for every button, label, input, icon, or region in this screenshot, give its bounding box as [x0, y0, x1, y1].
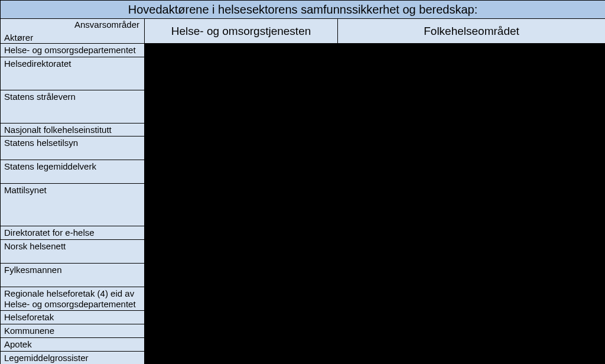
main-table: Hovedaktørene i helsesektorens samfunnss… [0, 0, 605, 364]
row-label: Direktoratet for e-helse [1, 226, 145, 240]
axis-header-top: Ansvarsområder [74, 20, 139, 30]
row-label: Nasjonalt folkehelseinstitutt [1, 123, 145, 136]
row-label: Helse- og omsorgsdepartementet [1, 44, 145, 57]
table-row: Helse- og omsorgsdepartementet [1, 44, 606, 57]
row-label: Helseforetak [1, 311, 145, 324]
axis-header-cell: Ansvarsområder Aktører [1, 19, 145, 44]
axis-header-bottom: Aktører [4, 32, 33, 43]
row-label: Helsedirektoratet [1, 57, 145, 90]
row-label: Norsk helsenett [1, 240, 145, 264]
row-label: Statens legemiddelverk [1, 160, 145, 184]
table-container: Hovedaktørene i helsesektorens samfunnss… [0, 0, 605, 364]
row-label: Fylkesmannen [1, 264, 145, 287]
column-header-2: Folkehelseområdet [338, 19, 606, 44]
row-label: Mattilsynet [1, 184, 145, 226]
table-title: Hovedaktørene i helsesektorens samfunnss… [1, 1, 606, 19]
row-label: Apotek [1, 337, 145, 351]
column-header-1: Helse- og omsorgstjenesten [145, 19, 338, 44]
title-row: Hovedaktørene i helsesektorens samfunnss… [1, 1, 606, 19]
column-header-row: Ansvarsområder Aktører Helse- og omsorgs… [1, 19, 606, 44]
content-area [145, 44, 606, 365]
row-label: Kommunene [1, 324, 145, 338]
row-label: Statens helsetilsyn [1, 136, 145, 160]
row-label: Statens strålevern [1, 90, 145, 123]
row-label: Regionale helseforetak (4) eid av Helse-… [1, 287, 145, 311]
row-label: Legemiddelgrossister [1, 351, 145, 364]
